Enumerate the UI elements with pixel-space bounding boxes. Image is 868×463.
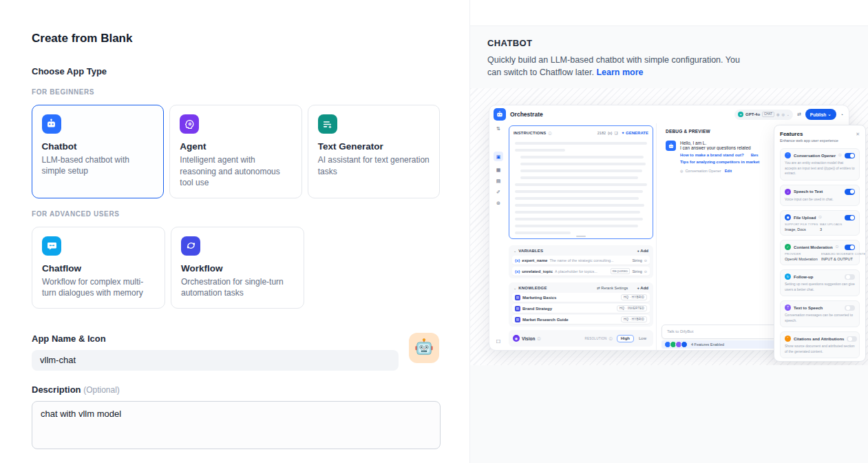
note-nav-icon[interactable]: ✐ (496, 189, 500, 194)
feature-speech-to-text: ♪ Speech to Text Voice input can be used… (780, 185, 860, 207)
knowledge-name: Brand Strategy (522, 307, 552, 311)
feature-col-label: ENABLED MODERATE CONTENT (821, 252, 855, 256)
features-enabled-label: 4 Features Enabled (691, 342, 724, 347)
description-textarea[interactable]: chat with vllm model (32, 401, 441, 449)
knowledge-row[interactable]: ▤ Market Research Guide HQ · HYBRID (512, 315, 650, 324)
variable-name: expert_name (522, 258, 547, 263)
generate-label: GENERATE (626, 131, 648, 135)
feature-desc: You are an entity extraction model that … (785, 161, 855, 176)
history-icon[interactable]: ◔ (840, 112, 843, 117)
toggle-conversation-opener[interactable] (845, 153, 855, 159)
app-type-card-chatflow[interactable]: Chatflow Workflow for complex multi-turn… (32, 227, 165, 309)
feature-desc: Setting up next questions suggestion can… (785, 282, 855, 292)
model-selector[interactable]: ✦ GPT-4o CHAT ◍ ◎ ⌄ (734, 110, 793, 120)
orchestrate-header: Orchestrate ✦ GPT-4o CHAT ◍ ◎ ⌄ ⇄ Publis… (489, 105, 849, 123)
variable-row[interactable]: {x} expert_name The name of the strategi… (512, 256, 650, 265)
variable-icon[interactable]: {x} (608, 131, 612, 135)
chat-input[interactable]: Talk to DifyBot (661, 325, 777, 339)
toggle-citations[interactable] (847, 336, 857, 342)
upload-chip-icon (681, 341, 688, 348)
rerank-settings-button[interactable]: ⇄ Rerank Settings (597, 286, 628, 290)
resolution-label: RESOLUTION (584, 337, 606, 340)
features-enabled-bar[interactable]: 4 Features Enabled (661, 340, 777, 349)
conversation-opener-icon: “ (785, 152, 791, 158)
globe-nav-icon[interactable]: ⊛ (496, 200, 500, 205)
generate-button[interactable]: ✦ GENERATE (621, 130, 648, 135)
learn-more-link[interactable]: Learn more (596, 68, 643, 77)
resolution-low-chip[interactable]: Low (636, 336, 649, 342)
info-icon: ⓘ (818, 216, 822, 219)
toggle-follow-up[interactable] (845, 274, 855, 280)
knowledge-panel: ⌄ KNOWLEDGE ⇄ Rerank Settings + Add ▤ Ma… (509, 282, 653, 327)
add-variable-button[interactable]: + Add (637, 249, 648, 253)
app-type-description: Workflow for complex multi-turn dialogue… (42, 276, 155, 299)
app-type-card-agent[interactable]: Agent Intelligent agent with reasoning a… (169, 105, 301, 198)
collapse-icon[interactable]: ☐ (489, 339, 507, 344)
app-type-card-chatbot[interactable]: Chatbot LLM-based chatbot with simple se… (32, 105, 164, 198)
document-nav-icon[interactable]: ▤ (496, 178, 501, 183)
knowledge-badge: HQ · HYBRID (621, 294, 647, 300)
app-name-input[interactable] (32, 350, 399, 371)
description-label: Description (Optional) (32, 384, 440, 395)
top-strip (470, 0, 868, 26)
app-type-card-text-generator[interactable]: Text Generator AI assistant for text gen… (308, 105, 440, 198)
close-icon[interactable]: ✕ (856, 132, 860, 137)
create-app-modal: Create from Blank Choose App Type FOR BE… (0, 0, 868, 463)
feature-col-label: MAX UPLOADS (820, 223, 855, 226)
app-type-title: Chatbot (42, 141, 154, 152)
orchestrate-title: Orchestrate (510, 111, 730, 118)
variable-row[interactable]: {x} unrelated_topic A placeholder for to… (512, 267, 650, 276)
orchestrate-nav-icon[interactable]: ▣ (494, 152, 503, 161)
toggle-content-moderation[interactable] (845, 245, 855, 251)
publish-label: Publish (810, 112, 826, 117)
app-type-title: Chatflow (42, 263, 155, 274)
toggle-file-upload[interactable] (845, 215, 855, 221)
resolution-high-chip[interactable]: High (617, 335, 634, 342)
dataset-icon: ▤ (515, 306, 520, 311)
knowledge-row[interactable]: ▤ Brand Strategy HQ · INVERTED (512, 304, 650, 313)
feature-desc: Show source document and attributed sect… (785, 344, 855, 354)
variables-title: VARIABLES (518, 249, 543, 253)
feature-col-value: 3 (820, 227, 855, 232)
image-nav-icon[interactable]: ▦ (496, 167, 501, 172)
app-type-title: Text Generator (318, 141, 430, 152)
dataset-icon: ▤ (515, 317, 520, 322)
toggle-text-to-speech[interactable] (845, 305, 855, 311)
agent-icon (180, 114, 199, 134)
preview-description: Quickly build an LLM-based chatbot with … (487, 54, 742, 79)
chevron-down-icon[interactable]: ⌄ (514, 287, 516, 290)
app-type-description: Intelligent agent with reasoning and aut… (180, 154, 291, 189)
publish-button[interactable]: Publish ⌄ (805, 109, 836, 120)
text-generator-icon (318, 114, 337, 134)
preview-type-tag: CHATBOT (487, 38, 840, 48)
chevron-down-icon: ⌄ (827, 112, 831, 117)
app-icon-picker[interactable] (409, 333, 439, 363)
resize-handle[interactable] (576, 236, 586, 237)
add-knowledge-button[interactable]: + Add (637, 286, 648, 290)
char-count: 2182 (597, 131, 606, 135)
sort-icon[interactable]: ⇅ (496, 126, 500, 131)
model-provider-icon: ✦ (738, 112, 743, 117)
advanced-app-type-cards: Chatflow Workflow for complex multi-turn… (32, 227, 440, 309)
feature-name: File Upload (794, 216, 816, 220)
optional-hint: (Optional) (83, 385, 120, 395)
variable-type: String (632, 258, 642, 263)
app-name-label: App Name & Icon (32, 333, 441, 344)
model-mode-badge: CHAT (762, 112, 774, 117)
app-type-description: LLM-based chatbot with simple setup (42, 154, 154, 177)
app-type-card-workflow[interactable]: Workflow Orchestration for single-turn a… (171, 227, 304, 309)
description-label-text: Description (32, 384, 81, 395)
page-title: Create from Blank (32, 32, 440, 45)
suggested-question[interactable]: Tips for analyzing competitors in market (680, 160, 759, 164)
copy-icon[interactable]: ❏ (614, 131, 617, 135)
suggested-question[interactable]: How to make a brand stand out? (680, 153, 744, 157)
knowledge-row[interactable]: ▤ Marketing Basics HQ · HYBRID (512, 293, 650, 302)
file-upload-icon: ◼ (785, 214, 791, 220)
edit-opener-link[interactable]: Edit (725, 169, 732, 173)
model-params-icon[interactable]: ⇄ (797, 112, 801, 117)
suggested-question[interactable]: Bes (751, 153, 759, 157)
chevron-down-icon[interactable]: ⌄ (514, 249, 516, 253)
toggle-speech-to-text[interactable] (845, 189, 855, 195)
instructions-panel[interactable]: INSTRUCTIONS ⓘ 2182 {x} ❏ ✦ GENERATE (509, 125, 653, 239)
feature-name: Speech to Text (794, 189, 823, 194)
